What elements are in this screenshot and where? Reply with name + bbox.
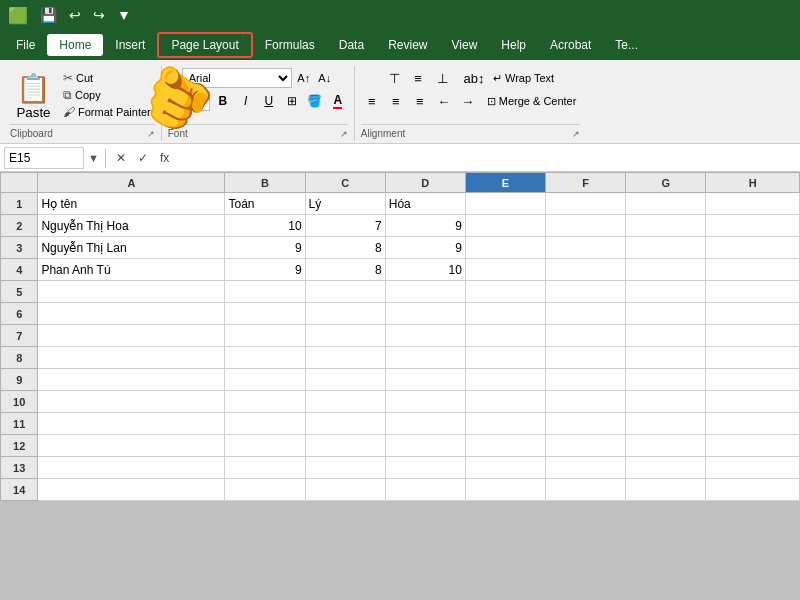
cell-dropdown-icon[interactable]: ▼ (88, 152, 99, 164)
cell[interactable] (305, 391, 385, 413)
cell[interactable] (305, 347, 385, 369)
cell[interactable] (225, 435, 305, 457)
font-expand-icon[interactable]: ↗ (340, 129, 348, 139)
col-header-h[interactable]: H (706, 173, 800, 193)
cell[interactable]: 7 (305, 215, 385, 237)
cell[interactable]: 10 (225, 215, 305, 237)
cell[interactable] (706, 193, 800, 215)
cell[interactable] (626, 193, 706, 215)
cell[interactable] (225, 479, 305, 501)
undo-button[interactable]: ↩ (65, 5, 85, 25)
cell[interactable] (546, 325, 626, 347)
row-header-10[interactable]: 10 (1, 391, 38, 413)
cell[interactable] (465, 435, 545, 457)
cell[interactable] (225, 391, 305, 413)
font-family-select[interactable]: Arial (182, 68, 292, 88)
cell[interactable] (706, 347, 800, 369)
cell[interactable] (225, 369, 305, 391)
cell[interactable] (465, 391, 545, 413)
cell[interactable] (385, 325, 465, 347)
redo-button[interactable]: ↪ (89, 5, 109, 25)
align-top-button[interactable]: ⊤ (383, 68, 405, 88)
cell[interactable] (626, 413, 706, 435)
cell[interactable] (465, 347, 545, 369)
col-header-g[interactable]: G (626, 173, 706, 193)
cell[interactable] (465, 325, 545, 347)
cell[interactable] (465, 281, 545, 303)
paste-button[interactable]: 📋 Paste (10, 68, 57, 124)
copy-button[interactable]: ⧉ Copy (59, 87, 155, 103)
menu-file[interactable]: File (4, 34, 47, 56)
cell[interactable] (38, 435, 225, 457)
cell[interactable] (626, 479, 706, 501)
cell[interactable] (706, 413, 800, 435)
merge-center-button[interactable]: ⊡ Merge & Center (483, 91, 581, 111)
italic-button[interactable]: I (236, 91, 256, 111)
col-header-f[interactable]: F (546, 173, 626, 193)
cell[interactable] (465, 457, 545, 479)
confirm-formula-button[interactable]: ✓ (134, 149, 152, 167)
cell[interactable] (465, 215, 545, 237)
cell[interactable] (305, 457, 385, 479)
cell[interactable] (546, 435, 626, 457)
row-header-12[interactable]: 12 (1, 435, 38, 457)
row-header-2[interactable]: 2 (1, 215, 38, 237)
cell[interactable]: 9 (225, 237, 305, 259)
menu-review[interactable]: Review (376, 34, 439, 56)
increase-font-button[interactable]: A↑ (295, 68, 313, 88)
cell[interactable] (626, 237, 706, 259)
border-button[interactable]: ⊞ (282, 91, 302, 111)
decrease-font-button[interactable]: A↓ (316, 68, 334, 88)
row-header-11[interactable]: 11 (1, 413, 38, 435)
cell[interactable] (385, 457, 465, 479)
cell[interactable] (626, 259, 706, 281)
cell[interactable] (546, 391, 626, 413)
cell[interactable] (626, 369, 706, 391)
cell[interactable] (706, 435, 800, 457)
cell[interactable] (706, 303, 800, 325)
cell[interactable] (305, 325, 385, 347)
cell[interactable] (385, 369, 465, 391)
cell[interactable] (38, 303, 225, 325)
bold-button[interactable]: B (213, 91, 233, 111)
cell[interactable] (465, 259, 545, 281)
cell[interactable] (546, 457, 626, 479)
insert-function-button[interactable]: fx (156, 149, 173, 167)
cell[interactable] (225, 457, 305, 479)
cell[interactable] (706, 237, 800, 259)
cell[interactable] (305, 303, 385, 325)
cell[interactable] (706, 259, 800, 281)
quick-access-dropdown[interactable]: ▼ (113, 5, 135, 25)
cell[interactable] (706, 457, 800, 479)
menu-page-layout[interactable]: Page Layout (157, 32, 252, 58)
cell[interactable] (706, 281, 800, 303)
cell[interactable] (626, 457, 706, 479)
col-header-b[interactable]: B (225, 173, 305, 193)
cell[interactable] (626, 303, 706, 325)
cell[interactable] (225, 413, 305, 435)
cell[interactable] (546, 479, 626, 501)
cell[interactable] (385, 303, 465, 325)
cell[interactable] (38, 391, 225, 413)
cell[interactable] (38, 369, 225, 391)
font-size-select[interactable]: 11 (168, 91, 210, 111)
col-header-e[interactable]: E (465, 173, 545, 193)
menu-view[interactable]: View (440, 34, 490, 56)
menu-formulas[interactable]: Formulas (253, 34, 327, 56)
cell[interactable] (465, 303, 545, 325)
cell[interactable]: 8 (305, 237, 385, 259)
cell[interactable] (546, 193, 626, 215)
decrease-indent-button[interactable]: ← (433, 91, 455, 111)
align-bottom-button[interactable]: ⊥ (431, 68, 453, 88)
cell[interactable] (305, 281, 385, 303)
cell[interactable]: Nguyễn Thị Hoa (38, 215, 225, 237)
menu-home[interactable]: Home (47, 34, 103, 56)
underline-button[interactable]: U (259, 91, 279, 111)
menu-data[interactable]: Data (327, 34, 376, 56)
cell[interactable] (546, 281, 626, 303)
cell[interactable] (706, 479, 800, 501)
cell[interactable] (385, 435, 465, 457)
cell[interactable]: 9 (225, 259, 305, 281)
menu-help[interactable]: Help (489, 34, 538, 56)
cancel-formula-button[interactable]: ✕ (112, 149, 130, 167)
